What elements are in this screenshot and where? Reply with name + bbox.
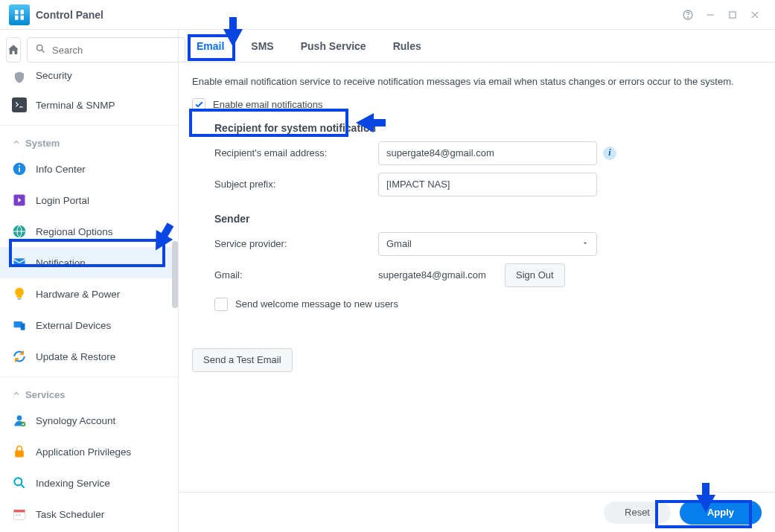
sign-out-button[interactable]: Sign Out [505, 263, 565, 287]
svg-rect-14 [14, 258, 25, 266]
notification-icon [12, 255, 27, 270]
sidebar: Security Terminal & SNMP System Info [0, 30, 179, 532]
sidebar-item-regional-options[interactable]: Regional Options [0, 216, 178, 247]
maximize-button[interactable] [721, 4, 744, 26]
devices-icon [12, 318, 27, 333]
enable-email-label: Enable email notifications [213, 99, 322, 110]
sidebar-scrollbar[interactable] [172, 241, 178, 308]
sidebar-item-indexing-service[interactable]: Indexing Service [0, 467, 178, 499]
chevron-down-icon [581, 238, 589, 249]
enable-email-checkbox-row[interactable]: Enable email notifications [192, 98, 762, 112]
svg-point-21 [14, 478, 22, 485]
welcome-message-checkbox[interactable] [214, 298, 228, 311]
svg-rect-10 [19, 167, 20, 172]
sidebar-item-application-privileges[interactable]: Application Privileges [0, 436, 178, 467]
search-box[interactable] [27, 37, 185, 63]
svg-rect-15 [18, 298, 22, 300]
svg-rect-1 [21, 10, 25, 14]
recipient-section-title: Recipient for system notification [214, 122, 762, 134]
welcome-message-row[interactable]: Send welcome message to new users [192, 298, 762, 311]
shield-icon [12, 70, 27, 85]
svg-point-8 [37, 45, 43, 51]
tab-push-service[interactable]: Push Service [289, 30, 378, 62]
svg-rect-0 [15, 10, 19, 14]
svg-rect-20 [15, 450, 24, 457]
sidebar-item-task-scheduler[interactable]: Task Scheduler [0, 499, 178, 530]
sidebar-item-synology-account[interactable]: Synology Account [0, 405, 178, 436]
search-icon [35, 43, 46, 57]
tab-rules[interactable]: Rules [381, 30, 433, 62]
window-header: Control Panel [0, 0, 775, 30]
sidebar-section-system[interactable]: System [0, 130, 178, 153]
bulb-icon [12, 286, 27, 301]
svg-rect-17 [21, 324, 25, 330]
content-pane: Email SMS Push Service Rules Enable emai… [179, 30, 775, 532]
tabs: Email SMS Push Service Rules [179, 30, 775, 63]
sender-section-title: Sender [214, 213, 762, 225]
info-icon [12, 161, 27, 176]
svg-rect-3 [21, 15, 25, 19]
sidebar-item-terminal-snmp[interactable]: Terminal & SNMP [0, 89, 178, 121]
recipient-email-label: Recipient's email address: [214, 147, 378, 158]
apply-button[interactable]: Apply [680, 501, 762, 525]
tab-sms[interactable]: SMS [239, 30, 285, 62]
terminal-icon [12, 97, 27, 112]
service-provider-label: Service provider: [214, 238, 378, 249]
gmail-label: Gmail: [214, 269, 378, 281]
svg-rect-7 [730, 11, 736, 17]
globe-icon [12, 224, 27, 239]
svg-rect-6 [707, 14, 713, 15]
sidebar-section-services[interactable]: Services [0, 382, 178, 405]
indexing-icon [12, 475, 27, 490]
description-text: Enable email notification service to rec… [192, 74, 762, 89]
sidebar-item-login-portal[interactable]: Login Portal [0, 185, 178, 216]
enable-email-checkbox[interactable] [192, 98, 205, 112]
search-input[interactable] [52, 45, 177, 56]
welcome-message-label: Send welcome message to new users [235, 298, 398, 310]
svg-rect-25 [19, 514, 21, 516]
svg-rect-2 [15, 15, 19, 19]
email-settings-form: Enable email notification service to rec… [179, 63, 775, 492]
calendar-icon [12, 507, 27, 522]
sidebar-item-info-center[interactable]: Info Center [0, 153, 178, 185]
svg-point-18 [17, 415, 22, 420]
footer: Reset Apply [179, 492, 775, 532]
tab-email[interactable]: Email [185, 30, 236, 62]
subject-prefix-label: Subject prefix: [214, 179, 378, 190]
sidebar-item-update-restore[interactable]: Update & Restore [0, 341, 178, 372]
window-title: Control Panel [36, 9, 103, 21]
control-panel-icon [9, 4, 30, 25]
info-icon[interactable]: i [603, 147, 616, 160]
svg-point-11 [19, 165, 20, 167]
home-button[interactable] [6, 37, 21, 63]
login-portal-icon [12, 193, 27, 208]
recipient-email-input[interactable] [378, 141, 597, 165]
lock-icon [12, 444, 27, 459]
sidebar-scroll[interactable]: Security Terminal & SNMP System Info [0, 70, 178, 532]
svg-rect-24 [16, 514, 18, 516]
sidebar-item-notification[interactable]: Notification [0, 247, 178, 278]
sidebar-item-security[interactable]: Security [0, 70, 178, 89]
service-provider-select[interactable]: Gmail [378, 232, 597, 256]
minimize-button[interactable] [699, 4, 721, 26]
sidebar-item-external-devices[interactable]: External Devices [0, 310, 178, 341]
send-test-email-button[interactable]: Send a Test Email [192, 348, 293, 372]
svg-rect-23 [14, 510, 25, 512]
help-button[interactable] [677, 4, 699, 26]
account-icon [12, 413, 27, 428]
svg-point-5 [687, 16, 688, 17]
reset-button[interactable]: Reset [604, 501, 671, 524]
update-icon [12, 349, 27, 364]
sidebar-item-hardware-power[interactable]: Hardware & Power [0, 278, 178, 310]
chevron-up-icon [12, 389, 21, 400]
chevron-up-icon [12, 138, 21, 149]
gmail-account-value: supergate84@gmail.com [378, 269, 505, 281]
close-button[interactable] [744, 4, 766, 26]
subject-prefix-input[interactable] [378, 173, 597, 196]
